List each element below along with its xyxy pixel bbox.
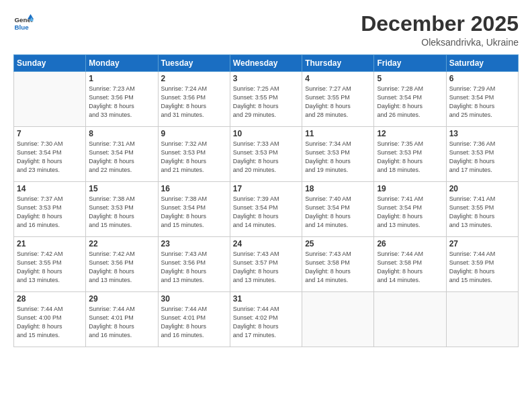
day-number: 10: [233, 129, 299, 138]
day-info: Sunrise: 7:39 AMSunset: 3:54 PMDaylight:…: [233, 195, 299, 230]
calendar-cell: 5Sunrise: 7:28 AMSunset: 3:54 PMDaylight…: [374, 72, 446, 127]
day-info: Sunrise: 7:41 AMSunset: 3:54 PMDaylight:…: [377, 195, 443, 230]
calendar-cell: 8Sunrise: 7:31 AMSunset: 3:54 PMDaylight…: [86, 127, 158, 182]
day-info: Sunrise: 7:42 AMSunset: 3:56 PMDaylight:…: [89, 250, 154, 285]
calendar-cell: 26Sunrise: 7:44 AMSunset: 3:58 PMDayligh…: [374, 237, 446, 292]
day-info: Sunrise: 7:36 AMSunset: 3:53 PMDaylight:…: [449, 140, 515, 175]
calendar-cell: 12Sunrise: 7:35 AMSunset: 3:53 PMDayligh…: [374, 127, 446, 182]
day-info: Sunrise: 7:43 AMSunset: 3:58 PMDaylight:…: [305, 250, 371, 285]
day-info: Sunrise: 7:38 AMSunset: 3:53 PMDaylight:…: [89, 195, 154, 230]
calendar-cell: 6Sunrise: 7:29 AMSunset: 3:54 PMDaylight…: [446, 72, 518, 127]
calendar-week-row: 14Sunrise: 7:37 AMSunset: 3:53 PMDayligh…: [14, 182, 519, 237]
day-number: 13: [449, 129, 515, 138]
calendar-week-row: 1Sunrise: 7:23 AMSunset: 3:56 PMDaylight…: [14, 72, 519, 127]
day-number: 8: [89, 129, 154, 138]
calendar-cell: 30Sunrise: 7:44 AMSunset: 4:01 PMDayligh…: [158, 292, 230, 347]
day-info: Sunrise: 7:33 AMSunset: 3:53 PMDaylight:…: [233, 140, 299, 175]
day-info: Sunrise: 7:44 AMSunset: 4:01 PMDaylight:…: [161, 305, 227, 340]
calendar-week-row: 7Sunrise: 7:30 AMSunset: 3:54 PMDaylight…: [14, 127, 519, 182]
day-number: 26: [377, 239, 443, 248]
calendar-cell: 19Sunrise: 7:41 AMSunset: 3:54 PMDayligh…: [374, 182, 446, 237]
calendar-week-row: 21Sunrise: 7:42 AMSunset: 3:55 PMDayligh…: [14, 237, 519, 292]
day-info: Sunrise: 7:27 AMSunset: 3:55 PMDaylight:…: [305, 85, 371, 120]
calendar-cell: 16Sunrise: 7:38 AMSunset: 3:54 PMDayligh…: [158, 182, 230, 237]
day-number: 20: [449, 184, 515, 193]
calendar-body: 1Sunrise: 7:23 AMSunset: 3:56 PMDaylight…: [14, 72, 519, 347]
day-number: 28: [17, 294, 83, 304]
calendar-cell: 3Sunrise: 7:25 AMSunset: 3:55 PMDaylight…: [230, 72, 302, 127]
calendar-cell: 23Sunrise: 7:43 AMSunset: 3:56 PMDayligh…: [158, 237, 230, 292]
day-number: 29: [89, 294, 154, 304]
day-info: Sunrise: 7:35 AMSunset: 3:53 PMDaylight:…: [377, 140, 443, 175]
day-info: Sunrise: 7:37 AMSunset: 3:53 PMDaylight:…: [17, 195, 83, 230]
col-thursday: Thursday: [302, 55, 374, 72]
calendar-cell: 7Sunrise: 7:30 AMSunset: 3:54 PMDaylight…: [14, 127, 86, 182]
day-number: 24: [233, 239, 299, 248]
day-number: 16: [161, 184, 227, 193]
day-info: Sunrise: 7:29 AMSunset: 3:54 PMDaylight:…: [449, 85, 515, 120]
day-number: 18: [305, 184, 371, 193]
month-title: December 2025: [361, 12, 519, 36]
day-info: Sunrise: 7:40 AMSunset: 3:54 PMDaylight:…: [305, 195, 371, 230]
day-number: 11: [305, 129, 371, 138]
calendar-cell: [302, 292, 374, 347]
day-info: Sunrise: 7:43 AMSunset: 3:56 PMDaylight:…: [161, 250, 227, 285]
calendar-cell: 1Sunrise: 7:23 AMSunset: 3:56 PMDaylight…: [86, 72, 158, 127]
calendar-cell: 22Sunrise: 7:42 AMSunset: 3:56 PMDayligh…: [86, 237, 158, 292]
day-info: Sunrise: 7:44 AMSunset: 3:58 PMDaylight:…: [377, 250, 443, 285]
calendar-cell: 17Sunrise: 7:39 AMSunset: 3:54 PMDayligh…: [230, 182, 302, 237]
day-info: Sunrise: 7:31 AMSunset: 3:54 PMDaylight:…: [89, 140, 154, 175]
day-info: Sunrise: 7:44 AMSunset: 4:00 PMDaylight:…: [17, 305, 83, 340]
calendar-cell: [446, 292, 518, 347]
day-info: Sunrise: 7:44 AMSunset: 4:02 PMDaylight:…: [233, 305, 299, 340]
calendar-cell: 25Sunrise: 7:43 AMSunset: 3:58 PMDayligh…: [302, 237, 374, 292]
day-info: Sunrise: 7:43 AMSunset: 3:57 PMDaylight:…: [233, 250, 299, 285]
day-info: Sunrise: 7:24 AMSunset: 3:56 PMDaylight:…: [161, 85, 227, 120]
day-info: Sunrise: 7:32 AMSunset: 3:53 PMDaylight:…: [161, 140, 227, 175]
day-info: Sunrise: 7:44 AMSunset: 3:59 PMDaylight:…: [449, 250, 515, 285]
logo: General Blue: [13, 12, 36, 32]
calendar-header-row: Sunday Monday Tuesday Wednesday Thursday…: [14, 55, 519, 72]
day-number: 19: [377, 184, 443, 193]
col-monday: Monday: [86, 55, 158, 72]
day-number: 1: [89, 74, 154, 83]
header: General Blue December 2025 Oleksandrivka…: [13, 12, 519, 48]
day-number: 5: [377, 74, 443, 83]
logo-icon: General Blue: [13, 12, 34, 32]
calendar-cell: 11Sunrise: 7:34 AMSunset: 3:53 PMDayligh…: [302, 127, 374, 182]
calendar-cell: 14Sunrise: 7:37 AMSunset: 3:53 PMDayligh…: [14, 182, 86, 237]
day-number: 6: [449, 74, 515, 83]
day-number: 7: [17, 129, 83, 138]
calendar-cell: 4Sunrise: 7:27 AMSunset: 3:55 PMDaylight…: [302, 72, 374, 127]
day-info: Sunrise: 7:34 AMSunset: 3:53 PMDaylight:…: [305, 140, 371, 175]
day-info: Sunrise: 7:28 AMSunset: 3:54 PMDaylight:…: [377, 85, 443, 120]
calendar-cell: 29Sunrise: 7:44 AMSunset: 4:01 PMDayligh…: [86, 292, 158, 347]
location-subtitle: Oleksandrivka, Ukraine: [361, 37, 519, 48]
calendar-cell: 24Sunrise: 7:43 AMSunset: 3:57 PMDayligh…: [230, 237, 302, 292]
day-info: Sunrise: 7:30 AMSunset: 3:54 PMDaylight:…: [17, 140, 83, 175]
col-sunday: Sunday: [14, 55, 86, 72]
calendar-cell: 21Sunrise: 7:42 AMSunset: 3:55 PMDayligh…: [14, 237, 86, 292]
day-number: 17: [233, 184, 299, 193]
day-number: 31: [233, 294, 299, 304]
day-number: 15: [89, 184, 154, 193]
calendar-table: Sunday Monday Tuesday Wednesday Thursday…: [13, 54, 519, 347]
day-number: 23: [161, 239, 227, 248]
calendar-page: General Blue December 2025 Oleksandrivka…: [0, 0, 532, 411]
calendar-cell: 31Sunrise: 7:44 AMSunset: 4:02 PMDayligh…: [230, 292, 302, 347]
day-info: Sunrise: 7:38 AMSunset: 3:54 PMDaylight:…: [161, 195, 227, 230]
day-number: 14: [17, 184, 83, 193]
calendar-cell: 15Sunrise: 7:38 AMSunset: 3:53 PMDayligh…: [86, 182, 158, 237]
calendar-cell: 2Sunrise: 7:24 AMSunset: 3:56 PMDaylight…: [158, 72, 230, 127]
day-number: 9: [161, 129, 227, 138]
day-info: Sunrise: 7:42 AMSunset: 3:55 PMDaylight:…: [17, 250, 83, 285]
calendar-cell: 10Sunrise: 7:33 AMSunset: 3:53 PMDayligh…: [230, 127, 302, 182]
day-number: 22: [89, 239, 154, 248]
day-number: 30: [161, 294, 227, 304]
col-wednesday: Wednesday: [230, 55, 302, 72]
day-number: 25: [305, 239, 371, 248]
col-tuesday: Tuesday: [158, 55, 230, 72]
calendar-cell: 20Sunrise: 7:41 AMSunset: 3:55 PMDayligh…: [446, 182, 518, 237]
title-block: December 2025 Oleksandrivka, Ukraine: [361, 12, 519, 48]
day-number: 3: [233, 74, 299, 83]
